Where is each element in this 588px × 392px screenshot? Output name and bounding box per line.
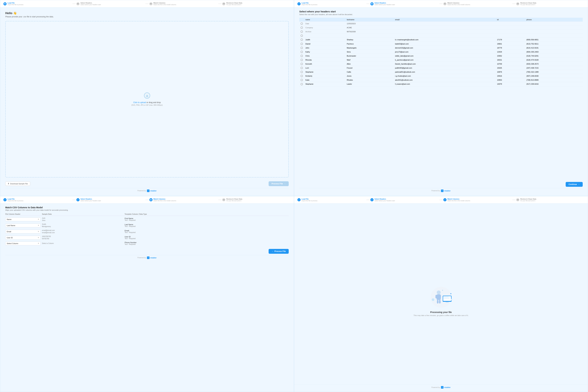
cell-8-1: Callis [346, 70, 394, 74]
radio-row-6[interactable] [301, 63, 303, 65]
radio-row-7[interactable] [301, 67, 303, 69]
match-row-3: User ID▼345678976509765789User IDText - … [5, 236, 289, 240]
retabler-logo-p2: r retabler [441, 190, 451, 192]
data-row-3[interactable]: KathySimsjerry73@aol.com13434(904) 335-2… [299, 50, 583, 54]
p3-step-2-circle: ✓ [76, 198, 80, 202]
data-row-8[interactable]: StephanieCallispatricia651@outlook.com10… [299, 70, 583, 74]
continue-button[interactable]: Continue → [566, 182, 583, 187]
cell-6-1: Allen [346, 62, 394, 66]
radio-row-3[interactable] [301, 51, 303, 53]
p4-step-4-circle: 04 [516, 198, 519, 202]
p3-divider-3 [218, 200, 221, 200]
radio-row-10[interactable] [301, 79, 303, 81]
meta-row-company[interactable]: Company ACME [299, 26, 583, 30]
cell-10-1: Rhodes [346, 78, 394, 82]
continue-arrow-icon: → [578, 183, 580, 186]
cell-4-0: Chris [304, 54, 346, 58]
data-row-10[interactable]: KatieRhodesalex941@outlook.com10953(708)… [299, 78, 583, 82]
data-table-body: JudithSharkeyk.r.mastrangelo@outlook.com… [299, 38, 583, 86]
meta-row-date[interactable]: Date 12/03/2023 [299, 22, 583, 26]
processing-title: Processing your file [430, 311, 452, 314]
cell-5-4: (618) 474-9169 [525, 58, 583, 62]
table-header-row: name lastname email id phone [299, 18, 583, 22]
radio-row-0[interactable] [301, 38, 303, 41]
p2-step-3-title: Match Columns [448, 2, 470, 4]
meta-row-empty[interactable] [299, 34, 583, 38]
p3-step-1-circle: ✓ [3, 198, 7, 202]
upload-text: Click to upload or drag and drop [133, 101, 161, 104]
p2-step-2-sub: Select where your headers start [375, 4, 395, 6]
step-3-match-columns: 03 Match Columns Match the file to the m… [149, 2, 218, 6]
svg-rect-7 [439, 300, 441, 304]
radio-row-2[interactable] [301, 47, 303, 49]
data-row-9[interactable]: KimberlyJonesr.g.rhodes@aol.com19916(907… [299, 74, 583, 78]
radio-row-5[interactable] [301, 59, 303, 61]
p3-divider-1 [73, 200, 76, 200]
data-row-11[interactable]: StephanieLawlorf.j.swann@aol.com14079(91… [299, 82, 583, 86]
p2-step-1-text: Load File Import the file to process [302, 2, 318, 6]
retabler-logo-icon-p1: r [147, 190, 149, 192]
panel3-inner: Match CSV Columns to Data Model Align yo… [0, 204, 294, 392]
stepper-panel1: 01 Load File Import the file to process … [0, 0, 294, 8]
svg-rect-6 [437, 300, 439, 304]
cell-4-4: (518) 744-6291 [525, 54, 583, 58]
cell-7-2: judith403@gmail.com [394, 66, 496, 70]
radio-row-11[interactable] [301, 83, 303, 85]
radio-company[interactable] [301, 26, 303, 29]
data-row-6[interactable]: KennethAllenDaniel_hamilton@aol.com10759… [299, 62, 583, 66]
svg-point-17 [432, 298, 434, 301]
panel4-inner: ✦ ✦ Processing your file This may take a… [294, 204, 588, 392]
upload-area[interactable]: Click to upload or drag and drop (SVG, P… [5, 21, 289, 178]
radio-row-8[interactable] [301, 71, 303, 73]
process-file-button-p1[interactable]: Process File → [268, 181, 289, 186]
match-row-2: Email▼email@email.comemail@email.comEmai… [5, 229, 289, 234]
p3-step-3-title: Match Columns [154, 198, 176, 200]
radio-archive[interactable] [301, 30, 303, 33]
cell-1-2: katie63@aol.com [394, 42, 496, 46]
template-col-4: Phone NumberText - Required [125, 242, 206, 245]
p3-step-3: 03 Match Columns Match the file to the m… [149, 198, 218, 202]
p3-step-4-sub: Fix your file and send it [226, 200, 242, 202]
file-col-select-4[interactable]: Select Column▼ [5, 242, 41, 246]
cell-8-3: 10876 [496, 70, 525, 74]
svg-rect-14 [446, 302, 449, 302]
panel2-inner: Select where your headers start Select t… [294, 8, 588, 196]
cell-11-3: 14079 [496, 82, 525, 86]
file-col-select-0[interactable]: Name▼ [5, 218, 41, 221]
step-3-title: Match Columns [154, 2, 176, 4]
radio-date[interactable] [301, 22, 303, 25]
cell-0-0: Judith [304, 38, 346, 42]
file-col-select-2[interactable]: Email▼ [5, 230, 41, 234]
radio-row-1[interactable] [301, 43, 303, 45]
download-icon: ⬇ [8, 182, 9, 185]
cell-6-0: Kenneth [304, 62, 346, 66]
cell-9-0: Kimberly [304, 74, 346, 78]
cell-4-2: eddie_lake@gmail.com [394, 54, 496, 58]
data-row-7[interactable]: LorriFreundjudith403@gmail.com15025(347)… [299, 66, 583, 70]
cell-7-1: Freund [346, 66, 394, 70]
data-row-1[interactable]: DanielPachecokatie63@aol.com19601(813) 7… [299, 42, 583, 46]
data-row-5[interactable]: RhondaWarfk_pacheco@gmail.com16531(618) … [299, 58, 583, 62]
download-sample-button[interactable]: ⬇ Download Sample File [5, 182, 30, 186]
p2-step-3-circle: 03 [443, 2, 447, 6]
process-file-button-p3[interactable]: → Process File [268, 249, 289, 254]
meta-row-archive[interactable]: Archive 987562938 [299, 30, 583, 34]
col-header-empty [207, 213, 289, 215]
data-row-0[interactable]: JudithSharkeyk.r.mastrangelo@outlook.com… [299, 38, 583, 42]
data-row-4[interactable]: ChrisBuckmastereddie_lake@gmail.com15952… [299, 54, 583, 58]
radio-row-4[interactable] [301, 55, 303, 57]
data-row-2[interactable]: JohnMastrangelodennis416@gmail.com18779(… [299, 46, 583, 50]
p3-step-3-text: Match Columns Match the file to the mode… [154, 198, 176, 202]
p4-step-3-sub: Match the file to the model columns [448, 200, 470, 202]
upload-link[interactable]: Click to upload [133, 101, 146, 104]
arrow-right-icon: → [284, 182, 286, 185]
col-header-phone: phone [525, 18, 583, 22]
file-col-select-3[interactable]: User ID▼ [5, 236, 41, 240]
cell-6-2: Daniel_hamilton@aol.com [394, 62, 496, 66]
cell-8-0: Stephanie [304, 70, 346, 74]
section-sub-p2: Select the row with your headers, all ro… [299, 14, 583, 16]
file-col-select-1[interactable]: Last Name▼ [5, 224, 41, 228]
cell-3-0: Kathy [304, 50, 346, 54]
radio-empty[interactable] [301, 34, 303, 37]
radio-row-9[interactable] [301, 75, 303, 77]
